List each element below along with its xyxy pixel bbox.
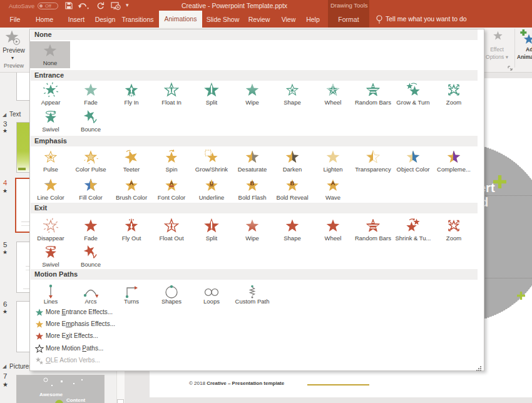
svg-text:B: B xyxy=(290,180,295,186)
svg-text:A: A xyxy=(130,180,134,186)
svg-text:B: B xyxy=(250,180,255,186)
svg-text:A: A xyxy=(331,180,335,186)
svg-text:U: U xyxy=(210,180,214,186)
svg-text:A: A xyxy=(170,180,174,186)
